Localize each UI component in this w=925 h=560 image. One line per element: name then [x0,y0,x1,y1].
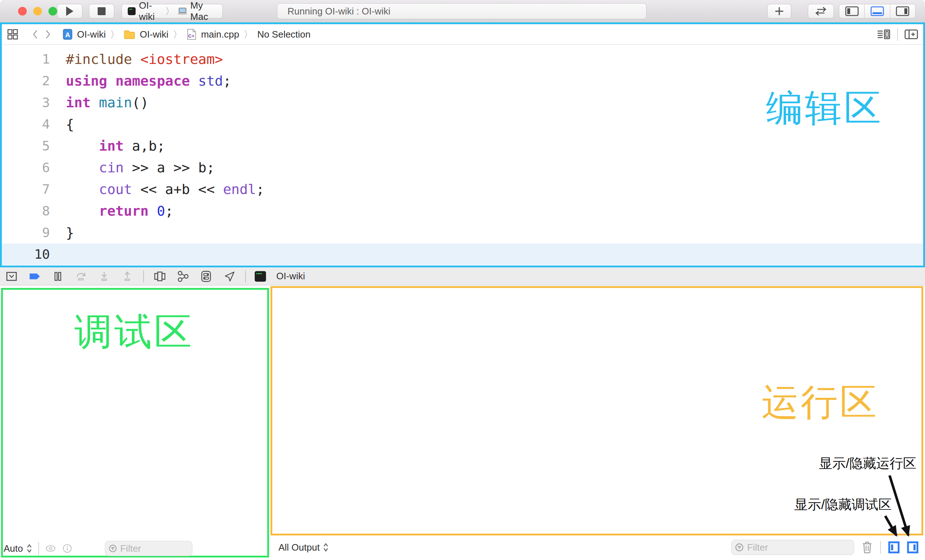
console-scope-label: All Output [279,542,320,553]
back-icon[interactable] [32,29,39,40]
debug-area-label: 调试区 [74,313,194,350]
scheme-target-label: OI-wiki [139,0,162,23]
line-number: 6 [2,157,50,179]
quicklook-eye-icon[interactable] [45,544,56,553]
console-scope-popup[interactable]: All Output [279,542,329,553]
code-line: 1#include <iostream> [2,48,923,70]
toggle-inspector-button[interactable] [890,5,915,18]
zoom-window-button[interactable] [48,7,57,15]
code-line: 9} [2,222,923,243]
line-number: 1 [2,48,50,70]
related-items-icon[interactable] [7,29,18,40]
hide-debug-area-icon[interactable] [5,269,19,284]
toggle-debug-area-button[interactable] [864,5,890,18]
code-text: int main() [50,92,149,113]
info-icon[interactable] [62,543,72,554]
line-number: 2 [2,70,50,92]
line-number: 9 [2,222,50,243]
left-panel-icon [845,6,859,16]
variables-scope-label: Auto [4,543,23,554]
title-bar: OI-wiki 〉 My Mac Running OI-wiki : OI-wi… [0,0,925,23]
filter-icon [109,544,117,553]
jumpbar-group[interactable]: OI-wiki [140,29,168,40]
scheme-destination-label: My Mac [190,0,217,23]
toggle-variables-view-icon[interactable] [888,541,900,554]
jumpbar-project[interactable]: OI-wiki [77,29,105,40]
code-line: 5 int a,b; [2,135,923,157]
code-text: cin >> a >> b; [50,157,215,179]
line-number: 10 [2,243,50,265]
view-hierarchy-icon[interactable] [152,269,167,284]
step-out-icon[interactable] [120,269,134,284]
jumpbar-selection[interactable]: No Selection [257,29,310,40]
code-text: int a,b; [50,135,165,157]
code-text: cout << a+b << endl; [50,179,264,200]
code-text: return 0; [50,200,173,222]
console-filter-input[interactable] [746,542,850,554]
toggle-navigator-button[interactable] [839,5,864,18]
line-number: 8 [2,200,50,222]
panel-toggle-group [839,4,916,18]
simulate-location-icon[interactable] [222,269,237,284]
toolbar-divider [880,541,881,554]
toolbar-divider [38,542,39,555]
jumpbar-chevron: 〉 [243,28,253,41]
jumpbar-chevron: 〉 [173,28,182,41]
jumpbar-file[interactable]: main.cpp [201,29,240,40]
code-line: 8 return 0; [2,200,923,222]
minimize-window-button[interactable] [33,7,42,15]
line-number: 5 [2,135,50,157]
toggle-debug-note: 显示/隐藏调试区 [794,496,892,514]
svg-text:A: A [65,31,70,39]
code-lines: 1#include <iostream>2using namespace std… [2,48,923,265]
environment-overrides-icon[interactable] [199,269,213,284]
editor-mode-button[interactable] [808,4,834,18]
jumpbar-chevron: 〉 [110,28,119,41]
stop-icon [97,7,106,15]
scheme-chevron: 〉 [165,5,175,18]
debug-toolbar: OI-wiki [0,267,925,285]
variables-scope-popup[interactable]: Auto [4,543,33,554]
forward-icon[interactable] [44,29,52,40]
chevron-updown-icon [26,543,33,554]
code-text: } [50,222,74,243]
code-editor[interactable]: 1#include <iostream>2using namespace std… [2,45,923,265]
line-number: 4 [2,113,50,135]
activity-status: Running OI-wiki : OI-wiki [277,3,646,19]
editor-area-label: 编辑区 [766,90,883,126]
stop-button[interactable] [89,4,114,18]
line-number: 3 [2,92,50,113]
toggle-console-view-icon[interactable] [907,541,919,554]
swap-arrows-icon [814,6,827,16]
code-text [50,243,66,265]
svg-text:C+: C+ [188,33,194,39]
process-name[interactable]: OI-wiki [276,270,305,282]
pause-icon[interactable] [51,269,65,284]
project-icon: A [63,29,73,40]
xcode-window: OI-wiki 〉 My Mac Running OI-wiki : OI-wi… [0,0,925,560]
step-into-icon[interactable] [97,269,111,284]
chevron-updown-icon [322,542,329,552]
memory-graph-icon[interactable] [176,269,190,284]
variables-filter-input[interactable] [119,543,188,555]
my-mac-icon [178,7,187,15]
jump-bar: A OI-wiki 〉 OI-wiki 〉 C+ main.cpp 〉 No S… [2,24,923,45]
breakpoints-toggle-icon[interactable] [27,269,42,284]
run-button[interactable] [57,4,83,18]
code-line: 10 [2,243,923,265]
library-add-button[interactable] [767,4,791,18]
scheme-selector[interactable]: OI-wiki 〉 My Mac [122,4,223,18]
clear-console-trash-icon[interactable] [861,541,873,554]
variables-filter-field[interactable] [105,541,192,556]
console-filter-field[interactable] [731,540,854,555]
editor-options-icon[interactable] [877,29,890,40]
add-editor-icon[interactable] [904,29,918,40]
status-text: Running OI-wiki : OI-wiki [288,6,390,17]
app-terminal-icon [128,6,136,16]
folder-icon [124,29,135,39]
code-text: #include <iostream> [50,48,223,70]
cpp-file-icon: C+ [187,29,197,40]
step-over-icon[interactable] [74,269,88,284]
close-window-button[interactable] [18,7,27,15]
play-icon [65,6,74,16]
